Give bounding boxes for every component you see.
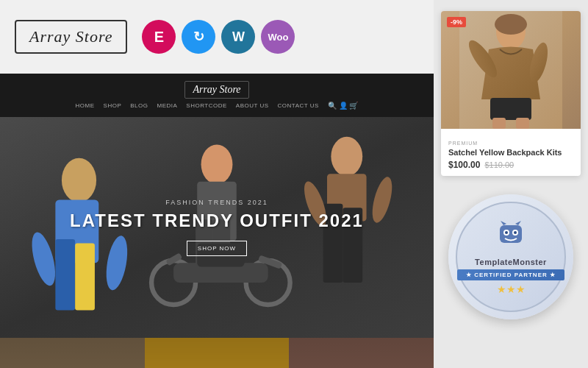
product-image-svg (459, 11, 562, 129)
store-navbar: Array Store HOME SHOP BLOG MEDIA SHORTCO… (0, 74, 434, 117)
wordpress-icon: W (221, 20, 255, 54)
right-panel: -9% (434, 0, 588, 368)
top-bar: Array Store E ↻ W Woo (0, 0, 434, 74)
nav-shortcode[interactable]: SHORTCODE (186, 102, 226, 109)
svg-point-36 (514, 231, 517, 234)
product-label: PREMIUM (448, 141, 478, 146)
hero-subtitle: Fashion Trends 2021 (70, 199, 364, 206)
svg-point-26 (495, 14, 527, 35)
nav-contact[interactable]: CONTACT US (278, 102, 319, 109)
hero-title: LATEST TRENDY OUTFIT 2021 (70, 210, 364, 231)
category-fashion[interactable]: FASHION CLOTH SHOP NOW (289, 338, 434, 368)
sale-badge: -9% (447, 17, 466, 27)
nav-home[interactable]: HOME (76, 102, 95, 109)
tm-certified-banner: ★ CERTIFIED PARTNER ★ (457, 269, 564, 280)
brand-logo: Array Store (15, 20, 127, 54)
templatemonster-icon (496, 219, 526, 254)
hero-text: Fashion Trends 2021 LATEST TRENDY OUTFIT… (70, 199, 364, 256)
product-prices: $100.00 $110.00 (448, 160, 573, 170)
plugin-icons-group: E ↻ W Woo (142, 20, 295, 54)
store-nav-logo: Array Store (184, 81, 248, 99)
store-nav-links: HOME SHOP BLOG MEDIA SHORTCODE ABOUT US … (76, 102, 359, 110)
svg-rect-27 (490, 98, 531, 120)
refresh-icon: ↻ (182, 20, 215, 54)
product-name: Satchel Yellow Backpack Kits (448, 148, 573, 157)
svg-point-8 (201, 145, 233, 185)
hero-section: Fashion Trends 2021 LATEST TRENDY OUTFIT… (0, 117, 434, 338)
nav-shop[interactable]: SHOP (104, 102, 122, 109)
templatemonster-name: TemplateMonster (475, 258, 547, 266)
svg-marker-38 (515, 221, 521, 225)
nav-media[interactable]: MEDIA (157, 102, 178, 109)
product-info: PREMIUM Satchel Yellow Backpack Kits $10… (441, 129, 581, 176)
product-image (441, 11, 581, 129)
nav-icons: 🔍 👤 🛒 (328, 102, 359, 110)
nav-about[interactable]: ABOUT US (236, 102, 269, 109)
tm-stars: ★★★ (497, 283, 526, 295)
category-strip: NEW FOOTWEAR SHOP NOW BEST HANDBAG SHOP … (0, 338, 434, 368)
svg-point-18 (331, 137, 362, 177)
svg-marker-37 (501, 221, 506, 225)
woocommerce-icon: Woo (261, 20, 295, 54)
category-footwear[interactable]: NEW FOOTWEAR SHOP NOW (0, 338, 145, 368)
svg-rect-29 (516, 118, 529, 129)
category-handbag[interactable]: BEST HANDBAG SHOP NOW (145, 338, 290, 368)
elementor-icon: E (142, 20, 176, 54)
svg-rect-28 (492, 118, 506, 129)
hero-cta-button[interactable]: SHOP NOW (187, 241, 247, 256)
price-original: $110.00 (484, 160, 514, 169)
store-preview: Array Store HOME SHOP BLOG MEDIA SHORTCO… (0, 74, 434, 368)
brand-logo-text: Array Store (29, 27, 112, 46)
main-content-area: Array Store E ↻ W Woo Array Store HOME (0, 0, 434, 368)
nav-blog[interactable]: BLOG (130, 102, 148, 109)
svg-point-2 (62, 158, 96, 202)
svg-point-35 (505, 231, 508, 234)
product-card: -9% (441, 11, 581, 176)
templatemonster-badge: TemplateMonster ★ CERTIFIED PARTNER ★ ★★… (448, 194, 573, 319)
tm-badge-inner: TemplateMonster ★ CERTIFIED PARTNER ★ ★★… (456, 202, 566, 312)
price-current: $100.00 (448, 160, 480, 170)
